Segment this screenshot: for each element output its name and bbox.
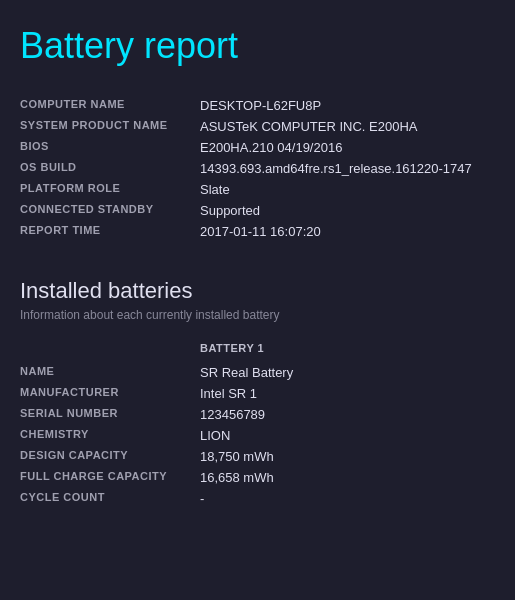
- battery-name-label: NAME: [20, 362, 200, 383]
- battery-name-row: NAME SR Real Battery: [20, 362, 495, 383]
- battery-serial-number-value: 123456789: [200, 404, 495, 425]
- battery-col-spacer: [20, 342, 200, 354]
- bios-row: BIOS E200HA.210 04/19/2016: [20, 137, 495, 158]
- computer-name-label: COMPUTER NAME: [20, 95, 200, 116]
- battery-serial-number-row: SERIAL NUMBER 123456789: [20, 404, 495, 425]
- battery-full-charge-capacity-value: 16,658 mWh: [200, 467, 495, 488]
- report-time-row: REPORT TIME 2017-01-11 16:07:20: [20, 221, 495, 242]
- os-build-label: OS BUILD: [20, 158, 200, 179]
- computer-name-row: COMPUTER NAME DESKTOP-L62FU8P: [20, 95, 495, 116]
- system-product-name-label: SYSTEM PRODUCT NAME: [20, 116, 200, 137]
- battery-manufacturer-label: MANUFACTURER: [20, 383, 200, 404]
- platform-role-value: Slate: [200, 179, 495, 200]
- battery-cycle-count-value: -: [200, 488, 495, 509]
- battery-full-charge-capacity-row: FULL CHARGE CAPACITY 16,658 mWh: [20, 467, 495, 488]
- battery-serial-number-label: SERIAL NUMBER: [20, 404, 200, 425]
- battery-full-charge-capacity-label: FULL CHARGE CAPACITY: [20, 467, 200, 488]
- batteries-section-title: Installed batteries: [20, 278, 495, 304]
- os-build-row: OS BUILD 14393.693.amd64fre.rs1_release.…: [20, 158, 495, 179]
- battery-manufacturer-row: MANUFACTURER Intel SR 1: [20, 383, 495, 404]
- platform-role-row: PLATFORM ROLE Slate: [20, 179, 495, 200]
- battery-manufacturer-value: Intel SR 1: [200, 383, 495, 404]
- battery-cycle-count-label: CYCLE COUNT: [20, 488, 200, 509]
- battery-column-header: BATTERY 1: [200, 342, 264, 354]
- bios-value: E200HA.210 04/19/2016: [200, 137, 495, 158]
- system-product-name-value: ASUSTeK COMPUTER INC. E200HA: [200, 116, 495, 137]
- battery-design-capacity-value: 18,750 mWh: [200, 446, 495, 467]
- connected-standby-value: Supported: [200, 200, 495, 221]
- page-title: Battery report: [20, 24, 495, 67]
- platform-role-label: PLATFORM ROLE: [20, 179, 200, 200]
- battery-header-row: BATTERY 1: [20, 342, 495, 354]
- battery-name-value: SR Real Battery: [200, 362, 495, 383]
- batteries-section-subtitle: Information about each currently install…: [20, 308, 495, 322]
- battery-cycle-count-row: CYCLE COUNT -: [20, 488, 495, 509]
- connected-standby-row: CONNECTED STANDBY Supported: [20, 200, 495, 221]
- battery-info-table: NAME SR Real Battery MANUFACTURER Intel …: [20, 362, 495, 509]
- installed-batteries-section: Installed batteries Information about ea…: [20, 278, 495, 509]
- battery-chemistry-value: LION: [200, 425, 495, 446]
- connected-standby-label: CONNECTED STANDBY: [20, 200, 200, 221]
- os-build-value: 14393.693.amd64fre.rs1_release.161220-17…: [200, 158, 495, 179]
- report-time-value: 2017-01-11 16:07:20: [200, 221, 495, 242]
- system-product-name-row: SYSTEM PRODUCT NAME ASUSTeK COMPUTER INC…: [20, 116, 495, 137]
- report-time-label: REPORT TIME: [20, 221, 200, 242]
- battery-chemistry-row: CHEMISTRY LION: [20, 425, 495, 446]
- system-info-table: COMPUTER NAME DESKTOP-L62FU8P SYSTEM PRO…: [20, 95, 495, 242]
- computer-name-value: DESKTOP-L62FU8P: [200, 95, 495, 116]
- battery-design-capacity-label: DESIGN CAPACITY: [20, 446, 200, 467]
- battery-chemistry-label: CHEMISTRY: [20, 425, 200, 446]
- bios-label: BIOS: [20, 137, 200, 158]
- battery-design-capacity-row: DESIGN CAPACITY 18,750 mWh: [20, 446, 495, 467]
